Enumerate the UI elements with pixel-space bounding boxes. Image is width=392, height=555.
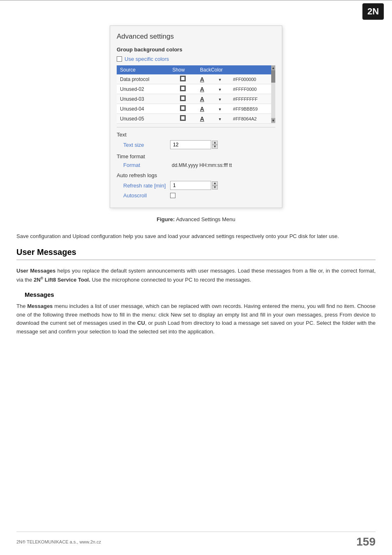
color-a-icon: A [200,116,204,122]
user-messages-title: User Messages [16,247,376,260]
autoscroll-label: Autoscroll [117,192,170,199]
show-checkbox[interactable] [180,115,186,121]
color-a-cell[interactable]: A [197,104,215,114]
dropdown-arrow[interactable]: ▼ [218,88,222,92]
spinner-up[interactable]: ▲ [212,141,218,145]
dropdown-cell[interactable]: ▼ [215,94,230,104]
source-cell: Unused-04 [117,104,169,114]
messages-sub-title: Messages [16,291,376,298]
format-row: Format dd.MM.yyyy HH:mm:ss:fff tt [117,162,275,168]
autoscroll-checkbox[interactable] [170,193,175,198]
color-value: #FFFF0000 [233,87,256,92]
show-cell[interactable] [169,84,197,94]
show-checkbox[interactable] [180,76,186,81]
refresh-rate-label: Refresh rate [min] [117,183,170,189]
footer-page-number: 159 [356,535,376,548]
source-cell: Unused-03 [117,94,169,104]
table-row: Unused-02A▼#FFFF0000 [117,84,275,94]
show-cell[interactable] [169,74,197,84]
color-a-cell[interactable]: A [197,84,215,94]
show-checkbox[interactable] [180,86,186,91]
color-a-icon: A [200,76,204,83]
color-a-icon: A [200,106,204,112]
refresh-spinner-up[interactable]: ▲ [212,181,218,185]
text-size-row: Text size ▲ ▼ [117,140,275,149]
table-row: Unused-04A▼#FF9BBB59 [117,104,275,114]
body-paragraph-1: Save configuration and Upload configurat… [16,232,376,241]
messages-body: The Messages menu includes a list of use… [16,302,376,336]
col-show-header: Show [169,65,197,74]
color-a-icon: A [200,96,204,102]
table-row: Unused-03A▼#FFFFFFFF [117,94,275,104]
user-messages-intro-text2: Use the microphone connected to your PC … [92,277,251,283]
time-format-section: Time format Format dd.MM.yyyy HH:mm:ss:f… [117,153,275,168]
dropdown-cell[interactable]: ▼ [215,114,230,124]
colors-table: Source Show BackColor Data protocolA▼#FF… [117,65,275,124]
figure-caption: Figure: Advanced Settings Menu [16,216,376,222]
cu-bold: CU [137,320,145,326]
color-value: #FFFFFFFF [233,97,258,102]
col-source-header: Source [117,65,169,74]
auto-refresh-heading: Auto refresh logs [117,172,275,178]
source-cell: Data protocol [117,74,169,84]
use-specific-colors-label: Use specific colors [125,56,169,62]
scroll-down-arrow[interactable]: ▼ [271,118,275,123]
show-cell[interactable] [169,104,197,114]
text-size-spinner[interactable]: ▲ ▼ [212,141,218,149]
colors-table-container: Source Show BackColor Data protocolA▼#FF… [117,65,275,124]
use-specific-colors-checkbox[interactable] [117,56,122,62]
table-row: Unused-05A▼#FF8064A2 [117,114,275,124]
show-cell[interactable] [169,114,197,124]
show-checkbox[interactable] [180,105,186,111]
user-messages-bold: User Messages [16,268,55,274]
refresh-rate-spinner[interactable]: ▲ ▼ [212,181,218,190]
logo-area: 2N [362,3,384,20]
table-scrollbar[interactable]: ▲ ▼ [271,65,275,123]
dropdown-cell[interactable]: ▼ [215,74,230,84]
dropdown-cell[interactable]: ▼ [215,84,230,94]
group-background-heading: Group background colors [117,46,275,53]
show-cell[interactable] [169,94,197,104]
page-footer: 2N® TELEKOMUNIKACE a.s., www.2n.cz 159 [16,532,376,548]
color-value: #FF9BBB59 [233,106,258,111]
color-value: #FF8064A2 [233,116,256,121]
color-value-cell: #FF000000 [230,74,275,84]
source-cell: Unused-02 [117,84,169,94]
color-a-cell[interactable]: A [197,94,215,104]
text-size-input[interactable] [170,140,211,149]
color-value-cell: #FFFFFFFF [230,94,275,104]
user-messages-intro: User Messages helps you replace the defa… [16,267,376,284]
format-label: Format [117,162,170,168]
show-checkbox[interactable] [180,95,186,101]
color-a-cell[interactable]: A [197,114,215,124]
color-value-cell: #FF8064A2 [230,114,275,124]
time-format-heading: Time format [117,153,275,160]
text-size-label: Text size [117,142,170,148]
color-value-cell: #FF9BBB59 [230,104,275,114]
use-specific-colors-row: Use specific colors [117,56,275,62]
dropdown-arrow[interactable]: ▼ [218,107,222,111]
source-cell: Unused-05 [117,114,169,124]
scroll-up-arrow[interactable]: ▲ [271,65,275,70]
format-value: dd.MM.yyyy HH:mm:ss:fff tt [170,162,232,168]
refresh-rate-row: Refresh rate [min] ▲ ▼ [117,181,275,190]
scroll-track [271,70,275,118]
auto-refresh-section: Auto refresh logs Refresh rate [min] ▲ ▼… [117,172,275,199]
messages-bold: Messages [27,303,53,309]
autoscroll-row: Autoscroll [117,192,275,199]
refresh-rate-input[interactable] [170,181,211,190]
refresh-spinner-down[interactable]: ▼ [212,185,218,190]
color-a-cell[interactable]: A [197,74,215,84]
color-a-icon: A [200,86,204,92]
dropdown-cell[interactable]: ▼ [215,104,230,114]
dropdown-arrow[interactable]: ▼ [218,117,222,121]
color-value: #FF000000 [233,77,256,82]
spinner-down[interactable]: ▼ [212,145,218,149]
color-value-cell: #FFFF0000 [230,84,275,94]
dropdown-arrow[interactable]: ▼ [218,97,222,102]
dialog-title: Advanced settings [117,32,275,41]
2n-product-bold: 2N® Lift8 Service Tool. [34,277,90,283]
scroll-thumb[interactable] [271,70,275,83]
col-backcolor-header: BackColor [197,65,275,74]
dropdown-arrow[interactable]: ▼ [218,78,222,82]
